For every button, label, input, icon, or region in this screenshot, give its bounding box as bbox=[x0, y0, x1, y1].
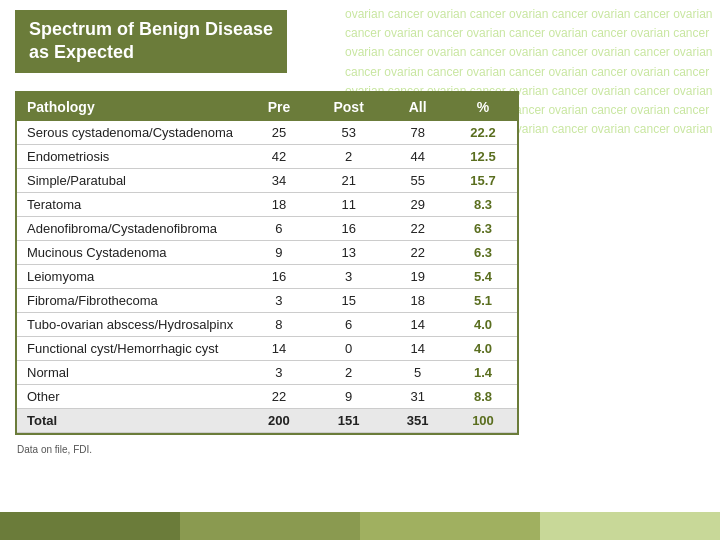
table-row: Endometriosis4224412.5 bbox=[17, 144, 517, 168]
cell-all: 22 bbox=[386, 216, 449, 240]
table-row: Fibroma/Fibrothecoma315185.1 bbox=[17, 288, 517, 312]
cell-post: 2 bbox=[311, 360, 387, 384]
cell-post: 21 bbox=[311, 168, 387, 192]
col-header-pre: Pre bbox=[247, 93, 311, 121]
cell-all: 19 bbox=[386, 264, 449, 288]
cell-pre: 18 bbox=[247, 192, 311, 216]
cell-post: 151 bbox=[311, 408, 387, 432]
cell-pathology: Functional cyst/Hemorrhagic cyst bbox=[17, 336, 247, 360]
data-table-container: Pathology Pre Post All % Serous cystaden… bbox=[15, 91, 519, 435]
table-row: Teratoma1811298.3 bbox=[17, 192, 517, 216]
col-header-pathology: Pathology bbox=[17, 93, 247, 121]
bottom-bar bbox=[0, 512, 720, 540]
cell-pct: 8.3 bbox=[449, 192, 517, 216]
cell-pathology: Other bbox=[17, 384, 247, 408]
cell-post: 9 bbox=[311, 384, 387, 408]
table-row: Other229318.8 bbox=[17, 384, 517, 408]
table-row: Leiomyoma163195.4 bbox=[17, 264, 517, 288]
cell-pathology: Serous cystadenoma/Cystadenoma bbox=[17, 121, 247, 145]
table-row: Total200151351100 bbox=[17, 408, 517, 432]
cell-pct: 6.3 bbox=[449, 240, 517, 264]
cell-all: 18 bbox=[386, 288, 449, 312]
cell-pre: 14 bbox=[247, 336, 311, 360]
bottom-seg-2 bbox=[180, 512, 360, 540]
cell-all: 5 bbox=[386, 360, 449, 384]
cell-pct: 100 bbox=[449, 408, 517, 432]
cell-pre: 34 bbox=[247, 168, 311, 192]
cell-all: 14 bbox=[386, 336, 449, 360]
bottom-seg-1 bbox=[0, 512, 180, 540]
col-header-pct: % bbox=[449, 93, 517, 121]
data-source-label: Data on file, FDI. bbox=[17, 444, 705, 455]
col-header-post: Post bbox=[311, 93, 387, 121]
cell-pre: 6 bbox=[247, 216, 311, 240]
table-row: Normal3251.4 bbox=[17, 360, 517, 384]
cell-pre: 200 bbox=[247, 408, 311, 432]
cell-pct: 8.8 bbox=[449, 384, 517, 408]
main-content: Spectrum of Benign Disease as Expected P… bbox=[0, 0, 720, 465]
cell-pre: 3 bbox=[247, 288, 311, 312]
table-header-row: Pathology Pre Post All % bbox=[17, 93, 517, 121]
cell-pre: 25 bbox=[247, 121, 311, 145]
cell-pathology: Teratoma bbox=[17, 192, 247, 216]
cell-pre: 8 bbox=[247, 312, 311, 336]
cell-pathology: Endometriosis bbox=[17, 144, 247, 168]
cell-pct: 4.0 bbox=[449, 312, 517, 336]
cell-pathology: Mucinous Cystadenoma bbox=[17, 240, 247, 264]
bottom-seg-4 bbox=[540, 512, 720, 540]
cell-post: 11 bbox=[311, 192, 387, 216]
cell-pathology: Total bbox=[17, 408, 247, 432]
cell-post: 13 bbox=[311, 240, 387, 264]
cell-post: 16 bbox=[311, 216, 387, 240]
cell-pct: 15.7 bbox=[449, 168, 517, 192]
pathology-table: Pathology Pre Post All % Serous cystaden… bbox=[17, 93, 517, 433]
cell-pathology: Normal bbox=[17, 360, 247, 384]
cell-post: 3 bbox=[311, 264, 387, 288]
cell-all: 55 bbox=[386, 168, 449, 192]
cell-post: 6 bbox=[311, 312, 387, 336]
cell-pre: 9 bbox=[247, 240, 311, 264]
cell-pct: 6.3 bbox=[449, 216, 517, 240]
bottom-seg-3 bbox=[360, 512, 540, 540]
cell-pathology: Tubo-ovarian abscess/Hydrosalpinx bbox=[17, 312, 247, 336]
cell-pre: 42 bbox=[247, 144, 311, 168]
cell-pct: 5.1 bbox=[449, 288, 517, 312]
cell-all: 78 bbox=[386, 121, 449, 145]
table-row: Simple/Paratubal34215515.7 bbox=[17, 168, 517, 192]
cell-all: 31 bbox=[386, 384, 449, 408]
cell-all: 14 bbox=[386, 312, 449, 336]
cell-pct: 4.0 bbox=[449, 336, 517, 360]
cell-pathology: Simple/Paratubal bbox=[17, 168, 247, 192]
cell-pre: 16 bbox=[247, 264, 311, 288]
cell-all: 22 bbox=[386, 240, 449, 264]
table-row: Mucinous Cystadenoma913226.3 bbox=[17, 240, 517, 264]
cell-post: 0 bbox=[311, 336, 387, 360]
table-row: Adenofibroma/Cystadenofibroma616226.3 bbox=[17, 216, 517, 240]
cell-post: 15 bbox=[311, 288, 387, 312]
cell-post: 2 bbox=[311, 144, 387, 168]
table-row: Tubo-ovarian abscess/Hydrosalpinx86144.0 bbox=[17, 312, 517, 336]
cell-pct: 5.4 bbox=[449, 264, 517, 288]
cell-pathology: Fibroma/Fibrothecoma bbox=[17, 288, 247, 312]
cell-all: 351 bbox=[386, 408, 449, 432]
cell-pre: 3 bbox=[247, 360, 311, 384]
cell-pct: 22.2 bbox=[449, 121, 517, 145]
cell-post: 53 bbox=[311, 121, 387, 145]
cell-pct: 1.4 bbox=[449, 360, 517, 384]
cell-pre: 22 bbox=[247, 384, 311, 408]
cell-pathology: Adenofibroma/Cystadenofibroma bbox=[17, 216, 247, 240]
cell-pathology: Leiomyoma bbox=[17, 264, 247, 288]
col-header-all: All bbox=[386, 93, 449, 121]
table-row: Functional cyst/Hemorrhagic cyst140144.0 bbox=[17, 336, 517, 360]
cell-pct: 12.5 bbox=[449, 144, 517, 168]
table-row: Serous cystadenoma/Cystadenoma25537822.2 bbox=[17, 121, 517, 145]
slide-title: Spectrum of Benign Disease as Expected bbox=[15, 10, 287, 73]
cell-all: 44 bbox=[386, 144, 449, 168]
cell-all: 29 bbox=[386, 192, 449, 216]
